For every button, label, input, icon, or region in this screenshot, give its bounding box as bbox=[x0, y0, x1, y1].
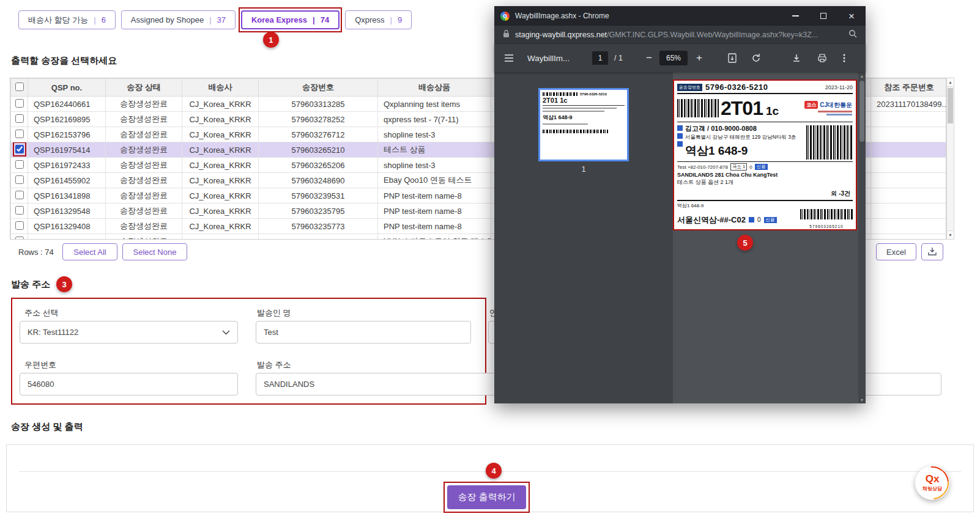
cell-product: YUN 스마트스토어 연동 테스트 * bbox=[378, 234, 491, 240]
cell-status: 송장생성완료 bbox=[106, 204, 182, 219]
page-number-input[interactable]: 1 bbox=[592, 51, 608, 65]
waybill-page: 운송장번호 5796-0326-5210 2023-11-20 2T01 1c … bbox=[673, 79, 857, 230]
scrollbar-up-icon[interactable]: ▲ bbox=[947, 78, 954, 87]
maximize-button[interactable] bbox=[809, 6, 837, 26]
filter-carrier-assignable-button[interactable]: 배송사 할당 가능 | 6 bbox=[18, 10, 116, 29]
row-checkbox[interactable] bbox=[15, 160, 24, 169]
thumb-text-line bbox=[543, 111, 604, 112]
field-badge bbox=[677, 125, 683, 131]
filter-assigned-by-shopee-button[interactable]: Assigned by Shopee | 37 bbox=[121, 10, 236, 29]
cell-qsp: QSP162153796 bbox=[28, 127, 106, 142]
rotate-icon[interactable] bbox=[751, 44, 761, 72]
pdf-scrollbar[interactable]: ▲ ▼ bbox=[858, 72, 866, 403]
url-text[interactable]: staging-waybill.qxpress.net/GMKT.INC.GLP… bbox=[515, 31, 818, 39]
cell-ref bbox=[871, 219, 947, 234]
courier-logo: CJ대한통운 bbox=[820, 101, 852, 109]
field-badge bbox=[677, 133, 683, 139]
pdf-doc-title: WaybillIm... bbox=[527, 44, 570, 72]
receiver-name: 김고객 / 010-9000-0808 bbox=[685, 124, 806, 133]
cell-qsp: QSP161329408 bbox=[28, 219, 106, 234]
close-button[interactable]: × bbox=[837, 6, 866, 26]
print-invoice-button[interactable]: 송장 출력하기 bbox=[447, 485, 526, 509]
zoom-out-icon[interactable]: − bbox=[646, 44, 652, 72]
cell-status: 송장생성완료 bbox=[106, 127, 182, 142]
scrollbar-up-icon[interactable]: ▲ bbox=[858, 72, 866, 79]
cell-carrier: CJ_Korea_KRKR bbox=[182, 142, 259, 158]
row-checkbox[interactable] bbox=[15, 114, 24, 123]
row-checkbox[interactable] bbox=[15, 191, 24, 199]
cell-invoice: 579603313285 bbox=[259, 97, 378, 112]
cell-status: 송장생성완료 bbox=[106, 219, 182, 234]
cell-ref: 26419628978 bbox=[871, 234, 947, 240]
cell-carrier: CJ_Korea_KRKR bbox=[182, 112, 259, 127]
column-header-carrier: 배송사 bbox=[182, 79, 259, 97]
cell-ref bbox=[871, 204, 947, 219]
filter-korea-express-button[interactable]: Korea Express | 74 bbox=[241, 10, 340, 29]
cell-checkbox: 2 bbox=[11, 142, 28, 158]
more-options-icon[interactable] bbox=[843, 44, 845, 72]
row-checkbox[interactable] bbox=[15, 175, 24, 184]
cell-ref bbox=[871, 188, 947, 204]
cell-product: PNP test-item name-8 bbox=[378, 188, 491, 204]
cell-status: 송장생성완료 bbox=[106, 188, 182, 204]
select-all-button[interactable]: Select All bbox=[62, 243, 117, 260]
url-path: /GMKT.INC.GLPS.Waybill.Web/WaybillImage.… bbox=[607, 31, 818, 39]
fine-print-line bbox=[818, 111, 852, 112]
cell-invoice: 579603235795 bbox=[259, 204, 378, 219]
pdf-thumbnail-panel: 5796-0326-5210 2T01 1c 역삼1 648-9 1 bbox=[494, 72, 673, 403]
menu-icon[interactable] bbox=[504, 44, 514, 72]
filter-qxpress-button[interactable]: Qxpress | 9 bbox=[345, 10, 412, 29]
scrollbar-thumb[interactable] bbox=[859, 81, 864, 142]
column-header-ref: 참조 주문번호 bbox=[871, 79, 947, 97]
table-title: 출력할 송장을 선택하세요 bbox=[11, 55, 117, 67]
cell-carrier: CJ_Korea_KRKR bbox=[182, 234, 259, 240]
chat-widget-button[interactable]: Qx 채팅상담 bbox=[915, 466, 949, 500]
row-checkbox[interactable] bbox=[15, 99, 24, 108]
sort-code: 2T01 bbox=[721, 98, 763, 118]
row-checkbox[interactable] bbox=[15, 130, 24, 138]
table-scrollbar[interactable]: ▲ ▼ bbox=[946, 78, 954, 240]
cell-invoice: 579603235691 bbox=[259, 234, 378, 240]
cell-invoice: 579603239531 bbox=[259, 188, 378, 204]
row-checkbox[interactable] bbox=[15, 237, 24, 240]
url-bar[interactable]: staging-waybill.qxpress.net/GMKT.INC.GLP… bbox=[494, 26, 866, 44]
field-badge bbox=[749, 217, 754, 222]
row-checkbox[interactable] bbox=[15, 206, 24, 215]
cell-checkbox bbox=[11, 219, 28, 234]
export-button[interactable] bbox=[921, 243, 943, 260]
cell-invoice: 579603278252 bbox=[259, 112, 378, 127]
chrome-icon bbox=[500, 12, 510, 21]
filter-label: Assigned by Shopee bbox=[131, 15, 204, 24]
postal-code-input[interactable] bbox=[20, 373, 238, 395]
print-icon[interactable] bbox=[817, 44, 827, 72]
scrollbar-thumb[interactable] bbox=[948, 88, 953, 123]
address-select[interactable]: KR: Test11122 bbox=[20, 321, 238, 344]
row-checkbox[interactable] bbox=[15, 221, 24, 230]
cell-ref bbox=[871, 112, 947, 127]
download-icon[interactable] bbox=[792, 44, 801, 72]
row-checkbox[interactable] bbox=[15, 145, 24, 153]
column-header-status: 송장 상태 bbox=[106, 79, 182, 97]
scrollbar-down-icon[interactable]: ▼ bbox=[858, 396, 866, 403]
cell-status: 송장생성완료 bbox=[106, 142, 182, 158]
pdf-page-thumbnail[interactable]: 5796-0326-5210 2T01 1c 역삼1 648-9 bbox=[538, 88, 629, 161]
fit-page-icon[interactable] bbox=[728, 44, 737, 72]
zoom-in-icon[interactable]: + bbox=[696, 44, 702, 72]
cell-checkbox bbox=[11, 188, 28, 204]
filter-separator: | bbox=[94, 15, 95, 24]
select-all-checkbox[interactable] bbox=[15, 83, 24, 91]
search-icon[interactable] bbox=[848, 29, 857, 40]
cell-carrier: CJ_Korea_KRKR bbox=[182, 204, 259, 219]
sender-name-input[interactable] bbox=[256, 321, 471, 344]
scrollbar-down-icon[interactable]: ▼ bbox=[947, 230, 954, 239]
cell-qsp: QSP161972433 bbox=[28, 158, 106, 173]
field-badge bbox=[677, 141, 683, 147]
excel-button[interactable]: Excel bbox=[876, 243, 916, 260]
cell-ref bbox=[871, 173, 947, 188]
minimize-button[interactable] bbox=[781, 6, 809, 26]
window-titlebar[interactable]: WaybillImage.ashx - Chrome × bbox=[494, 6, 866, 26]
cell-qsp: QSP161329548 bbox=[28, 204, 106, 219]
barcode bbox=[543, 130, 608, 133]
cell-status: 송장생성완료 bbox=[106, 112, 182, 127]
select-none-button[interactable]: Select None bbox=[122, 243, 187, 260]
